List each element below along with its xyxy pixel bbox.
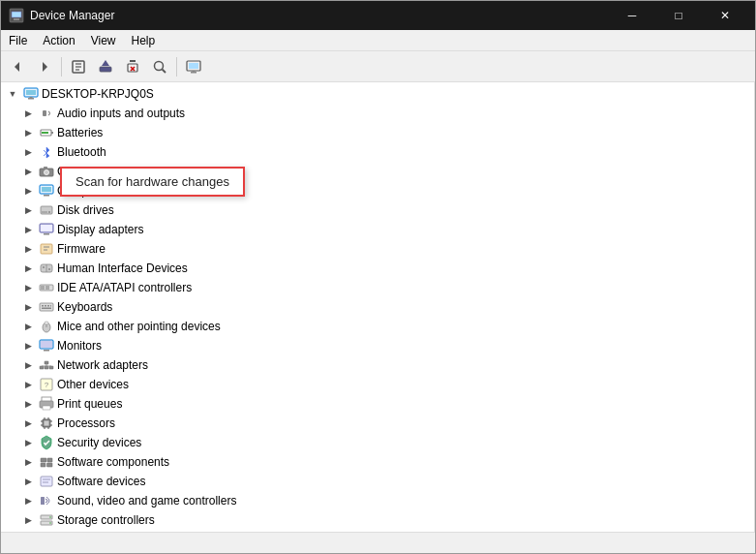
- svg-rect-1: [12, 12, 21, 17]
- list-item[interactable]: ▶ IDE ATA/ATAPI controllers: [1, 278, 754, 297]
- expand-icon[interactable]: ▶: [20, 338, 36, 354]
- item-label: Batteries: [57, 126, 103, 139]
- item-label: Other devices: [57, 378, 129, 391]
- maximize-button[interactable]: □: [656, 1, 701, 30]
- svg-marker-3: [15, 62, 19, 72]
- item-label: Human Interface Devices: [57, 262, 188, 275]
- list-item[interactable]: ▶ Disk drives: [1, 200, 754, 220]
- minimize-button[interactable]: ─: [610, 1, 654, 30]
- expand-icon[interactable]: ▶: [20, 183, 36, 199]
- list-item[interactable]: ▶ Processors: [1, 414, 754, 433]
- list-item[interactable]: ▶ Display adapters: [1, 220, 754, 239]
- tree-panel[interactable]: ▼ DESKTOP-KRPJQ0S ▶: [1, 82, 755, 532]
- list-item[interactable]: ▶ Security devices: [1, 433, 754, 452]
- bluetooth-icon: [39, 144, 54, 160]
- svg-point-47: [48, 268, 50, 270]
- list-item[interactable]: ▶ Human Interface Devices: [1, 259, 754, 278]
- expand-icon[interactable]: ▶: [20, 202, 36, 218]
- list-item[interactable]: ▶ ? Other devices: [1, 375, 754, 394]
- ide-icon: [39, 280, 54, 295]
- list-item[interactable]: ▶ Keyboards: [1, 297, 754, 317]
- expand-icon[interactable]: ▶: [20, 241, 36, 257]
- expand-icon[interactable]: ▶: [20, 357, 36, 373]
- tree-root[interactable]: ▼ DESKTOP-KRPJQ0S: [1, 84, 754, 104]
- expand-icon[interactable]: ▶: [20, 396, 36, 412]
- expand-icon[interactable]: ▶: [20, 144, 36, 160]
- menu-help[interactable]: Help: [124, 30, 164, 50]
- item-label: Network adapters: [57, 358, 148, 372]
- svg-point-37: [48, 211, 50, 213]
- menu-file[interactable]: File: [1, 30, 35, 50]
- close-button[interactable]: ✕: [703, 1, 747, 30]
- expand-icon[interactable]: ▶: [20, 474, 36, 489]
- svg-rect-36: [42, 211, 47, 213]
- menu-action[interactable]: Action: [35, 30, 82, 50]
- svg-point-95: [49, 516, 51, 518]
- svg-rect-18: [189, 63, 198, 69]
- svg-rect-86: [47, 458, 52, 462]
- list-item[interactable]: ▶ Mice and other pointing devices: [1, 317, 754, 336]
- svg-rect-74: [43, 406, 50, 410]
- svg-point-96: [49, 522, 51, 524]
- monitor-button[interactable]: [181, 54, 206, 79]
- list-item[interactable]: ▶ Sound, video and game controllers: [1, 491, 754, 510]
- back-button[interactable]: [5, 54, 30, 79]
- forward-button[interactable]: [32, 54, 57, 79]
- list-item[interactable]: ▶ Firmware: [1, 239, 754, 259]
- svg-marker-4: [43, 62, 47, 72]
- menu-view[interactable]: View: [83, 30, 124, 50]
- processor-icon: [39, 416, 54, 431]
- list-item[interactable]: ▶ Software devices: [1, 472, 754, 491]
- item-label: Keyboards: [57, 300, 112, 314]
- item-label: Print queues: [57, 397, 122, 411]
- expand-icon[interactable]: ▶: [20, 299, 36, 315]
- svg-rect-2: [14, 18, 19, 20]
- list-item[interactable]: ▶ Bluetooth: [1, 142, 754, 162]
- scan-hardware-button[interactable]: [147, 54, 172, 79]
- expand-icon[interactable]: ▶: [20, 164, 36, 179]
- expand-icon[interactable]: ▶: [20, 106, 36, 121]
- update-driver-button[interactable]: [93, 54, 118, 79]
- expand-icon[interactable]: ▶: [20, 125, 36, 140]
- list-item[interactable]: ▶ Batteries: [1, 123, 754, 142]
- svg-rect-33: [42, 187, 51, 192]
- svg-rect-54: [47, 305, 49, 307]
- list-item[interactable]: ▶ Monitors: [1, 336, 754, 355]
- svg-rect-41: [41, 244, 52, 254]
- svg-point-30: [45, 170, 49, 175]
- toolbar-separator-2: [176, 57, 177, 77]
- item-label: Disk drives: [57, 203, 114, 217]
- uninstall-device-button[interactable]: [120, 54, 145, 79]
- main-content: ▼ DESKTOP-KRPJQ0S ▶: [1, 82, 755, 532]
- item-label: Software devices: [57, 475, 145, 488]
- monitor-icon: [39, 338, 54, 354]
- list-item[interactable]: ▶ Audio inputs and outputs: [1, 104, 754, 123]
- keyboard-icon: [39, 299, 54, 315]
- expand-icon[interactable]: ▶: [20, 222, 36, 237]
- expand-icon[interactable]: ▶: [20, 435, 36, 450]
- list-item[interactable]: ▶ Storage controllers: [1, 510, 754, 530]
- battery-icon: [39, 125, 54, 140]
- svg-rect-87: [41, 463, 45, 467]
- expand-icon[interactable]: ▶: [20, 319, 36, 334]
- properties-button[interactable]: [66, 54, 91, 79]
- firmware-icon: [39, 241, 54, 257]
- svg-rect-22: [26, 90, 36, 95]
- computer-icon: [39, 183, 54, 199]
- list-item[interactable]: ▶ System devices: [1, 530, 754, 532]
- list-item[interactable]: ▶ Software components: [1, 452, 754, 472]
- root-expand-icon[interactable]: ▼: [5, 86, 20, 102]
- list-item[interactable]: ▶ Network adapters: [1, 355, 754, 375]
- expand-icon[interactable]: ▶: [20, 261, 36, 276]
- expand-icon[interactable]: ▶: [20, 377, 36, 392]
- list-item[interactable]: ▶ Print queues: [1, 394, 754, 414]
- expand-icon[interactable]: ▶: [20, 280, 36, 295]
- window-controls: ─ □ ✕: [610, 1, 747, 30]
- svg-rect-25: [43, 110, 46, 116]
- expand-icon[interactable]: ▶: [20, 493, 36, 508]
- item-label: Bluetooth: [57, 145, 106, 159]
- expand-icon[interactable]: ▶: [20, 416, 36, 431]
- expand-icon[interactable]: ▶: [20, 454, 36, 470]
- expand-icon[interactable]: ▶: [20, 512, 36, 528]
- svg-rect-49: [41, 286, 45, 290]
